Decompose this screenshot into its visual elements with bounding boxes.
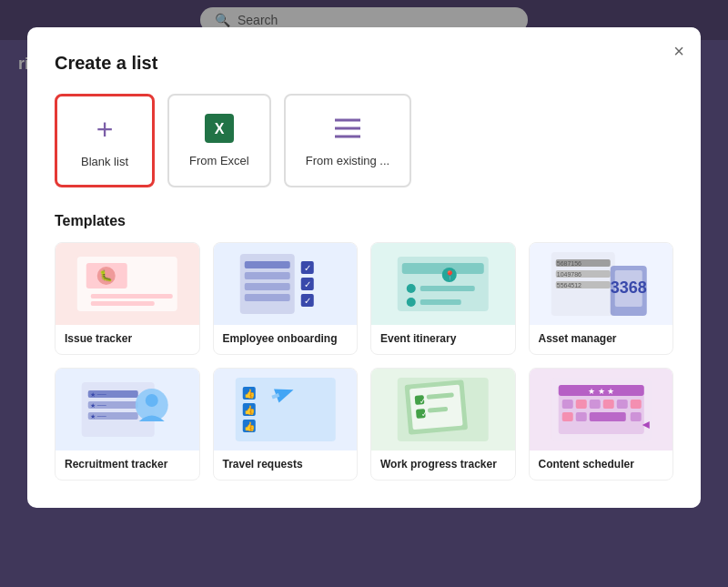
employee-onboarding-card[interactable]: ✓ ✓ ✓ Employee onboarding xyxy=(213,242,359,355)
content-scheduler-thumb: ★ ★ ★ xyxy=(530,369,673,450)
svg-rect-15 xyxy=(244,294,289,301)
work-progress-tracker-label: Work progress tracker xyxy=(371,450,515,480)
svg-rect-12 xyxy=(244,261,289,268)
svg-text:★ ──: ★ ── xyxy=(90,391,106,398)
svg-text:★ ★ ★: ★ ★ ★ xyxy=(588,387,614,396)
event-itinerary-card[interactable]: 📍 Event itinerary xyxy=(370,242,516,355)
travel-requests-label: Travel requests xyxy=(214,450,358,480)
svg-text:✓: ✓ xyxy=(303,263,310,273)
travel-requests-thumb: 👍 👍 👍 xyxy=(214,369,358,450)
asset-manager-card[interactable]: 5687156 1049786 5564512 3368 Asset manag… xyxy=(529,242,674,355)
svg-text:5564512: 5564512 xyxy=(556,282,581,288)
from-excel-label: From Excel xyxy=(189,154,249,167)
templates-grid: 🐛 Issue tracker xyxy=(55,242,673,481)
svg-rect-60 xyxy=(410,385,463,430)
templates-section-title: Templates xyxy=(55,213,673,229)
svg-text:1049786: 1049786 xyxy=(556,271,581,278)
svg-text:X: X xyxy=(215,121,225,137)
work-progress-tracker-card[interactable]: ✓ ✓ Work progress tracker xyxy=(370,368,516,481)
event-itinerary-label: Event itinerary xyxy=(371,325,515,354)
svg-rect-79 xyxy=(589,412,625,421)
svg-point-24 xyxy=(407,284,416,293)
svg-rect-71 xyxy=(561,400,572,409)
svg-text:✓: ✓ xyxy=(420,396,428,406)
svg-rect-80 xyxy=(630,412,641,421)
modal-title: Create a list xyxy=(55,53,673,74)
from-existing-option[interactable]: From existing ... xyxy=(284,94,411,187)
content-scheduler-card[interactable]: ★ ★ ★ xyxy=(529,368,674,481)
content-scheduler-label: Content scheduler xyxy=(530,450,673,480)
svg-rect-14 xyxy=(244,283,289,290)
svg-text:✓: ✓ xyxy=(303,279,310,289)
issue-tracker-thumb: 🐛 xyxy=(56,243,199,325)
event-itinerary-thumb: 📍 xyxy=(371,243,515,325)
asset-manager-thumb: 5687156 1049786 5564512 3368 xyxy=(530,243,673,325)
svg-text:👍: 👍 xyxy=(243,388,255,400)
employee-onboarding-thumb: ✓ ✓ ✓ xyxy=(214,243,358,325)
svg-text:👍: 👍 xyxy=(243,420,255,432)
svg-rect-25 xyxy=(420,286,475,291)
svg-rect-72 xyxy=(575,400,586,409)
svg-rect-75 xyxy=(616,400,627,409)
lines-icon xyxy=(331,112,364,145)
create-list-modal: Create a list × + Blank list X From Exc xyxy=(27,27,701,508)
svg-rect-76 xyxy=(630,400,641,409)
svg-rect-77 xyxy=(561,412,572,421)
svg-rect-73 xyxy=(589,400,600,409)
excel-icon: X xyxy=(203,112,236,145)
asset-manager-label: Asset manager xyxy=(530,325,673,354)
svg-text:★ ──: ★ ── xyxy=(90,413,106,420)
svg-text:👍: 👍 xyxy=(243,404,255,416)
recruitment-tracker-card[interactable]: ★ ── ★ ── ★ ── Recruitment tracker xyxy=(55,368,200,481)
close-button[interactable]: × xyxy=(673,42,684,60)
svg-rect-10 xyxy=(91,301,155,306)
svg-text:3368: 3368 xyxy=(610,278,646,297)
issue-tracker-label: Issue tracker xyxy=(56,325,199,354)
employee-onboarding-label: Employee onboarding xyxy=(214,325,358,354)
plus-icon: + xyxy=(96,113,114,146)
svg-rect-9 xyxy=(91,294,173,299)
svg-rect-27 xyxy=(420,299,461,305)
svg-text:✓: ✓ xyxy=(303,296,310,306)
from-excel-option[interactable]: X From Excel xyxy=(167,94,271,187)
recruitment-tracker-thumb: ★ ── ★ ── ★ ── xyxy=(56,369,199,450)
blank-list-label: Blank list xyxy=(81,155,128,168)
svg-text:5687156: 5687156 xyxy=(556,260,581,267)
travel-requests-card[interactable]: 👍 👍 👍 Travel requests xyxy=(213,368,359,481)
svg-point-48 xyxy=(146,394,158,407)
issue-tracker-card[interactable]: 🐛 Issue tracker xyxy=(55,242,200,355)
recruitment-tracker-label: Recruitment tracker xyxy=(56,450,199,480)
from-existing-label: From existing ... xyxy=(306,154,389,167)
creation-options-row: + Blank list X From Excel xyxy=(55,94,673,187)
work-progress-tracker-thumb: ✓ ✓ xyxy=(371,369,515,450)
svg-rect-13 xyxy=(244,272,289,279)
blank-list-option[interactable]: + Blank list xyxy=(55,94,155,187)
svg-text:🐛: 🐛 xyxy=(99,268,113,282)
svg-point-26 xyxy=(407,298,416,307)
svg-rect-74 xyxy=(602,400,613,409)
svg-text:★ ──: ★ ── xyxy=(90,402,106,409)
svg-rect-78 xyxy=(575,412,586,421)
svg-text:📍: 📍 xyxy=(444,269,456,281)
modal-overlay: Create a list × + Blank list X From Exc xyxy=(0,0,728,587)
svg-text:✓: ✓ xyxy=(420,410,429,420)
